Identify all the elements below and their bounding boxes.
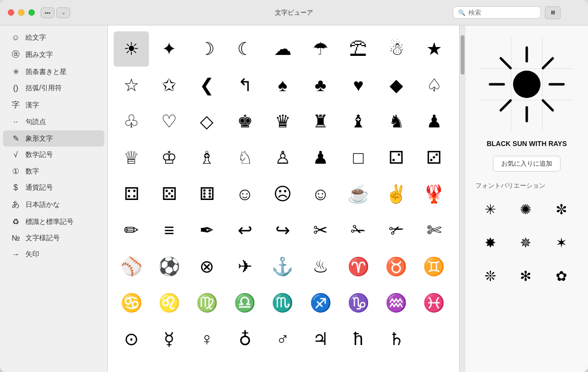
symbol-cell[interactable]: ħ — [341, 322, 376, 357]
symbol-cell[interactable]: ♍ — [189, 285, 224, 321]
sidebar-item-brackets[interactable]: ()括弧/引用符 — [3, 80, 104, 96]
variation-cell[interactable]: ✺ — [511, 195, 540, 224]
sidebar-item-enclosed[interactable]: ⓐ囲み文字 — [3, 46, 104, 63]
symbol-cell[interactable]: ♥ — [341, 68, 376, 103]
symbol-cell[interactable]: ♣ — [303, 68, 338, 103]
symbol-cell[interactable]: ♟ — [416, 104, 452, 139]
symbol-cell[interactable]: ◇ — [189, 104, 224, 139]
symbol-cell[interactable]: ♡ — [151, 104, 187, 139]
more-button[interactable]: ••• — [41, 7, 54, 18]
symbol-cell[interactable]: ⛱ — [341, 31, 376, 67]
symbol-cell[interactable]: ✂ — [303, 213, 338, 248]
symbol-cell[interactable]: ♧ — [114, 104, 149, 139]
symbol-cell[interactable]: ♝ — [341, 104, 376, 139]
symbol-cell[interactable]: □ — [341, 140, 376, 175]
variation-cell[interactable]: ✼ — [546, 195, 576, 224]
symbol-cell[interactable]: ☿ — [151, 322, 187, 357]
variation-cell[interactable]: ✻ — [511, 262, 540, 291]
symbol-cell[interactable]: ✩ — [151, 68, 187, 103]
symbol-cell[interactable]: ❮ — [189, 68, 224, 103]
symbol-cell[interactable]: ♃ — [303, 322, 338, 357]
symbol-cell[interactable]: ⚄ — [151, 176, 187, 212]
variation-cell[interactable]: ✳ — [475, 195, 505, 224]
symbol-cell[interactable]: ⚅ — [189, 176, 224, 212]
scrollbar[interactable] — [460, 25, 466, 372]
sidebar-item-kanji[interactable]: 字漢字 — [3, 97, 104, 114]
symbol-cell[interactable]: ☺ — [227, 176, 263, 212]
symbol-cell[interactable]: ✦ — [151, 31, 187, 67]
symbol-cell[interactable]: ♞ — [379, 104, 414, 139]
symbol-cell[interactable]: 🦞 — [416, 176, 452, 212]
sidebar-item-arrows[interactable]: →矢印 — [3, 247, 104, 262]
symbol-cell[interactable]: ☕ — [341, 176, 376, 212]
symbol-cell[interactable]: ☂ — [303, 31, 338, 67]
symbol-cell[interactable]: ≡ — [151, 213, 187, 248]
symbol-cell[interactable]: ♑ — [341, 285, 376, 321]
variation-cell[interactable]: ✵ — [511, 228, 540, 258]
symbol-cell[interactable]: ✒ — [189, 213, 224, 248]
symbol-cell[interactable]: ♚ — [227, 104, 263, 139]
symbol-cell[interactable]: ♜ — [303, 104, 338, 139]
symbol-cell[interactable]: ♒ — [379, 285, 414, 321]
variation-cell[interactable]: ❊ — [475, 262, 505, 291]
symbol-cell[interactable]: ♉ — [379, 249, 414, 284]
symbol-cell[interactable]: ☆ — [114, 68, 149, 103]
search-input[interactable] — [468, 9, 527, 16]
symbol-cell[interactable]: ↪ — [265, 213, 300, 248]
symbol-cell[interactable]: ♙ — [265, 140, 300, 175]
symbol-cell[interactable]: ☽ — [189, 31, 224, 67]
symbol-cell[interactable]: ♓ — [416, 285, 452, 321]
variation-cell[interactable]: ✸ — [475, 228, 505, 258]
symbol-cell[interactable]: ♀ — [189, 322, 224, 357]
symbol-cell[interactable]: ⊗ — [189, 249, 224, 284]
symbol-cell[interactable]: ♌ — [151, 285, 187, 321]
symbol-cell[interactable]: ✁ — [341, 213, 376, 248]
symbol-cell[interactable]: ⚓ — [265, 249, 300, 284]
symbol-cell[interactable]: ⚽ — [151, 249, 187, 284]
symbol-cell[interactable]: ☹ — [265, 176, 300, 212]
symbol-cell[interactable]: ✄ — [416, 213, 452, 248]
symbol-cell[interactable]: ⚾ — [114, 249, 149, 284]
symbol-cell[interactable]: ♎ — [227, 285, 263, 321]
search-box[interactable]: 🔍 — [453, 6, 541, 19]
variation-cell[interactable]: ✿ — [546, 262, 576, 291]
symbol-cell[interactable]: ♈ — [341, 249, 376, 284]
symbol-cell[interactable]: ♕ — [114, 140, 149, 175]
chevron-button[interactable]: ⌄ — [56, 7, 70, 18]
symbol-cell[interactable]: ♁ — [227, 322, 263, 357]
sidebar-item-emoji[interactable]: ☺絵文字 — [3, 30, 104, 46]
maximize-button[interactable] — [28, 9, 35, 16]
symbol-cell[interactable]: ⚃ — [114, 176, 149, 212]
sidebar-item-math[interactable]: √数学記号 — [3, 147, 104, 163]
symbol-cell[interactable]: ✌ — [379, 176, 414, 212]
symbol-cell[interactable]: ⊙ — [114, 322, 149, 357]
sidebar-item-punctuation[interactable]: ··句読点 — [3, 114, 104, 130]
symbol-cell[interactable]: ◆ — [379, 68, 414, 103]
symbol-cell[interactable]: ⚁ — [379, 140, 414, 175]
symbol-cell[interactable]: ♘ — [227, 140, 263, 175]
symbol-cell[interactable]: ✃ — [379, 213, 414, 248]
symbol-cell[interactable]: ↰ — [227, 68, 263, 103]
sidebar-item-marks[interactable]: ♻標識と標準記号 — [3, 214, 104, 230]
symbol-cell[interactable]: ♐ — [303, 285, 338, 321]
minimize-button[interactable] — [18, 9, 24, 16]
symbol-cell[interactable]: ♔ — [151, 140, 187, 175]
symbol-cell[interactable]: ♨ — [303, 249, 338, 284]
favorite-button[interactable]: お気に入りに追加 — [493, 156, 561, 172]
symbol-cell[interactable]: ♤ — [416, 68, 452, 103]
symbol-cell[interactable]: ☃ — [379, 31, 414, 67]
symbol-cell[interactable]: ☀ — [114, 31, 149, 67]
symbol-cell[interactable]: ♄ — [379, 322, 414, 357]
symbol-cell[interactable]: ⚂ — [416, 140, 452, 175]
symbol-cell[interactable]: ♠ — [265, 68, 300, 103]
symbol-cell[interactable]: ☁ — [265, 31, 300, 67]
symbol-cell[interactable]: ♋ — [114, 285, 149, 321]
symbol-cell[interactable]: ♂ — [265, 322, 300, 357]
sidebar-item-letterlike[interactable]: №文字様記号 — [3, 230, 104, 246]
sidebar-item-bullets[interactable]: ✳箇条書きと星 — [3, 64, 104, 80]
sidebar-item-currency[interactable]: $通貨記号 — [3, 180, 104, 196]
symbol-cell[interactable]: ♗ — [189, 140, 224, 175]
symbol-cell[interactable]: ★ — [416, 31, 452, 67]
grid-view-button[interactable]: ⊞ — [545, 6, 561, 19]
symbol-grid-area[interactable]: ☀✦☽☾☁☂⛱☃★☆✩❮↰♠♣♥◆♤♧♡◇♚♛♜♝♞♟♕♔♗♘♙♟□⚁⚂⚃⚄⚅☺… — [108, 25, 460, 372]
